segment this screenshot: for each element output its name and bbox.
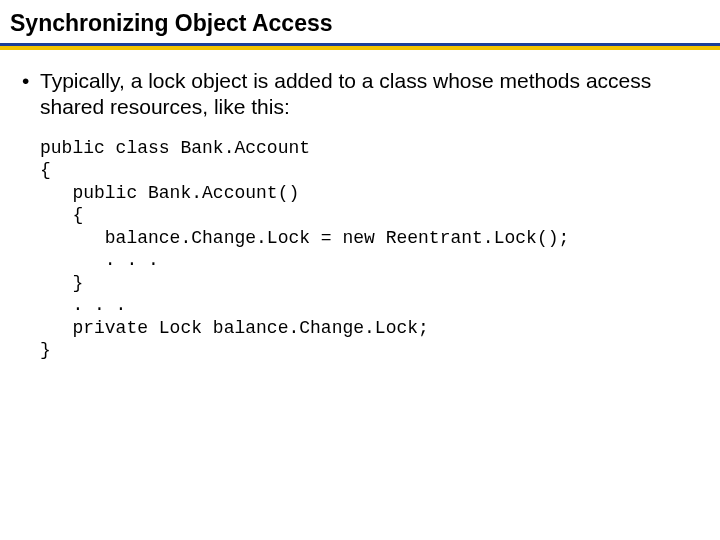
slide: Synchronizing Object Access • Typically,… — [0, 0, 720, 540]
bullet-item: • Typically, a lock object is added to a… — [22, 68, 698, 121]
bullet-text: Typically, a lock object is added to a c… — [40, 68, 698, 121]
slide-body: • Typically, a lock object is added to a… — [0, 50, 720, 362]
page-title: Synchronizing Object Access — [10, 10, 710, 41]
bullet-marker: • — [22, 68, 40, 94]
code-block: public class Bank.Account { public Bank.… — [40, 137, 698, 362]
title-area: Synchronizing Object Access — [0, 10, 720, 43]
